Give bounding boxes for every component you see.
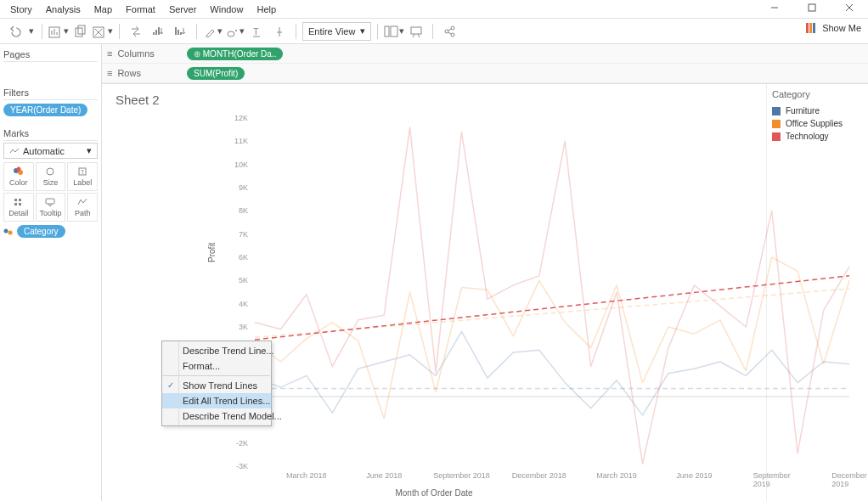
marks-type-label: Automatic: [23, 146, 65, 156]
chevron-down-icon: ▾: [87, 145, 92, 156]
marks-tooltip-button[interactable]: Tooltip: [36, 193, 66, 222]
toolbar: ▾ ▾ ▾ ▾ ▾ T Entire View ▾ ▾: [0, 19, 868, 44]
window-close-button[interactable]: [831, 0, 868, 15]
pin-button[interactable]: [269, 21, 290, 42]
marks-color-button[interactable]: Color: [3, 162, 34, 191]
svg-point-21: [235, 30, 237, 31]
y-tick: 3K: [228, 323, 248, 331]
svg-rect-35: [809, 23, 812, 33]
svg-point-20: [228, 31, 234, 37]
svg-rect-43: [14, 199, 17, 201]
svg-rect-34: [806, 23, 809, 33]
series-line[interactable]: [255, 257, 849, 419]
svg-rect-25: [391, 26, 397, 37]
sheet-title[interactable]: Sheet 2: [102, 84, 766, 110]
y-tick: 4K: [228, 300, 248, 308]
svg-point-40: [47, 168, 54, 175]
fit-view-label: Entire View: [308, 26, 355, 37]
share-button[interactable]: [439, 21, 459, 42]
y-tick: -2K: [228, 439, 248, 448]
marks-type-dropdown[interactable]: Automatic ▾: [3, 143, 98, 159]
dropdown-caret-icon[interactable]: ▾: [27, 21, 36, 42]
svg-line-33: [448, 32, 452, 34]
context-menu-item[interactable]: Format...: [162, 358, 271, 374]
visualization-area[interactable]: Sheet 2 Profit Month of Order Date 12K11…: [102, 84, 766, 501]
show-me-icon: [805, 22, 817, 34]
context-menu-item[interactable]: ✓Show Trend Lines: [162, 378, 271, 393]
presentation-button[interactable]: [406, 21, 426, 42]
marks-detail-button[interactable]: Detail: [3, 193, 34, 222]
menu-map[interactable]: Map: [87, 2, 119, 17]
menu-format[interactable]: Format: [119, 2, 162, 17]
highlight-button[interactable]: ▾: [203, 21, 223, 42]
svg-point-48: [4, 228, 8, 233]
svg-rect-24: [385, 26, 389, 37]
new-worksheet-button[interactable]: ▾: [48, 21, 69, 42]
columns-shelf[interactable]: ≡Columns ⊕ MONTH(Order Da..: [102, 44, 868, 64]
marks-label-button[interactable]: TLabel: [67, 162, 98, 191]
y-tick: 8K: [228, 206, 248, 215]
y-axis-label: Profit: [207, 243, 217, 262]
duplicate-button[interactable]: [70, 21, 91, 42]
series-line[interactable]: [255, 127, 849, 464]
rows-label: Rows: [117, 68, 141, 78]
swatch-icon: [772, 107, 781, 115]
marks-card-title: Marks: [3, 127, 98, 141]
fit-view-dropdown[interactable]: Entire View ▾: [302, 22, 371, 41]
color-legend-icon: [3, 228, 14, 236]
legend-item-furniture[interactable]: Furniture: [772, 104, 863, 117]
y-tick: 5K: [228, 276, 248, 284]
svg-point-39: [16, 167, 20, 172]
svg-line-27: [413, 34, 414, 37]
context-menu-item[interactable]: Describe Trend Model...: [162, 408, 271, 424]
chevron-down-icon: ▾: [360, 25, 365, 37]
marks-path-button[interactable]: Path: [67, 193, 98, 222]
menu-story[interactable]: Story: [3, 2, 39, 17]
side-panel: Pages Filters YEAR(Order Date) Marks Aut…: [0, 44, 102, 501]
undo-button[interactable]: [5, 21, 25, 42]
menu-bar: Story Analysis Map Format Server Window …: [0, 0, 868, 19]
filter-pill-year[interactable]: YEAR(Order Date): [3, 104, 87, 116]
svg-rect-8: [76, 28, 82, 37]
window-maximize-button[interactable]: [793, 0, 831, 15]
svg-line-28: [418, 34, 420, 37]
pages-shelf-title: Pages: [3, 48, 98, 62]
svg-rect-45: [14, 203, 17, 205]
columns-icon: ≡: [107, 48, 112, 59]
y-tick: 10K: [228, 160, 248, 169]
svg-rect-47: [46, 199, 54, 204]
filters-shelf-title: Filters: [3, 86, 98, 100]
clear-button[interactable]: ▾: [93, 21, 113, 42]
group-button[interactable]: ▾: [225, 21, 245, 42]
marks-pill-category[interactable]: Category: [17, 225, 65, 238]
trend-line-context-menu: Describe Trend Line...Format...✓Show Tre…: [161, 341, 272, 426]
menu-help[interactable]: Help: [250, 2, 283, 17]
show-me-label: Show Me: [822, 23, 861, 33]
context-menu-item[interactable]: Edit All Trend Lines...: [162, 393, 271, 408]
marks-size-button[interactable]: Size: [36, 162, 66, 191]
svg-text:T: T: [253, 26, 259, 37]
swap-button[interactable]: [126, 21, 146, 42]
line-chart[interactable]: [255, 118, 866, 483]
series-line[interactable]: [255, 331, 849, 414]
y-tick: -3K: [228, 462, 248, 470]
labels-button[interactable]: T: [247, 21, 268, 42]
show-me-button[interactable]: Show Me: [805, 22, 861, 34]
context-menu-item[interactable]: Describe Trend Line...: [162, 343, 271, 358]
show-cards-button[interactable]: ▾: [384, 21, 404, 42]
window-minimize-button[interactable]: [756, 0, 793, 15]
sort-desc-button[interactable]: [170, 21, 190, 42]
menu-window[interactable]: Window: [203, 2, 250, 17]
menu-server[interactable]: Server: [162, 2, 203, 17]
y-tick: 9K: [228, 183, 248, 192]
rows-pill-sum-profit[interactable]: SUM(Profit): [187, 67, 245, 80]
menu-analysis[interactable]: Analysis: [39, 2, 87, 17]
svg-rect-1: [809, 4, 815, 11]
y-tick: 7K: [228, 230, 248, 239]
rows-shelf[interactable]: ≡Rows SUM(Profit): [102, 64, 868, 83]
sort-asc-button[interactable]: [148, 21, 168, 42]
svg-rect-44: [19, 199, 21, 201]
columns-pill-month[interactable]: ⊕ MONTH(Order Da..: [187, 48, 283, 60]
legend-title: Category: [772, 89, 863, 99]
svg-point-49: [8, 230, 13, 234]
